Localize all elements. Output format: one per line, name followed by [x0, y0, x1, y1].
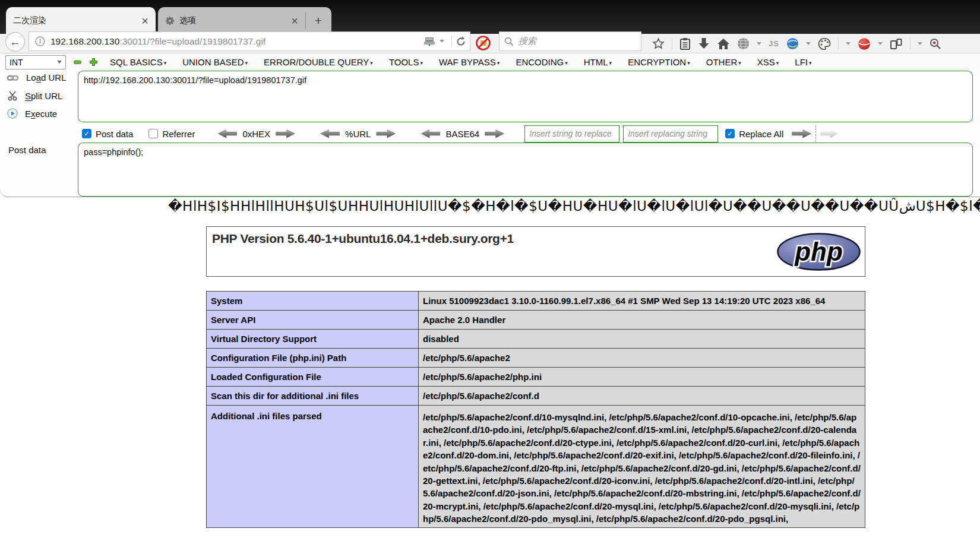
site-info-icon[interactable] — [35, 36, 45, 46]
menu-union-based[interactable]: UNION BASED — [182, 57, 248, 67]
menu-encoding[interactable]: ENCODING — [516, 57, 567, 67]
gif-binary-garbled-text: �HlH$I$HHlHllHUH$Ul$UHHUlHUHlUllU�$�H�l�… — [168, 198, 980, 214]
url-encode-arrow-icon[interactable] — [376, 129, 396, 138]
post-data-checkbox[interactable]: ✓ — [82, 129, 91, 138]
back-button[interactable]: ← — [5, 32, 25, 52]
search-input[interactable]: 搜索 — [499, 31, 641, 51]
menu-xss[interactable]: XSS — [757, 57, 779, 67]
tab-current-page[interactable]: 二次渲染 × — [6, 7, 156, 34]
base64-encode-arrow-icon[interactable] — [485, 129, 504, 138]
profile-select[interactable]: INT — [5, 55, 66, 69]
globe-dropdown-icon[interactable] — [757, 42, 761, 45]
toolbar-icons: JS — [649, 34, 945, 53]
hex-encode-arrow-icon[interactable] — [276, 129, 295, 138]
browser-window: 二次渲染 × 选项 × + ← 192.1 — [0, 0, 980, 560]
menu-encryption[interactable]: ENCRYPTION — [628, 57, 690, 67]
menu-waf-bypass[interactable]: WAF BYPASS — [439, 57, 500, 67]
url-bar[interactable]: 192.168.200.130:30011/?file=upload/19198… — [29, 31, 470, 51]
php-logo-text: php — [794, 237, 843, 266]
search-icon — [504, 37, 514, 46]
red-ball-icon[interactable] — [858, 37, 871, 50]
table-row: Additional .ini files parsed/etc/php/5.6… — [207, 406, 865, 528]
globe-icon[interactable] — [737, 37, 750, 50]
bookmark-star-icon[interactable] — [652, 37, 665, 50]
url-decode-arrow-icon[interactable] — [320, 129, 340, 138]
extra-arrow-icon[interactable] — [820, 129, 838, 138]
hackbar-panel: Load URL Split URL Execute http://192.16… — [0, 71, 980, 197]
block-flash-icon[interactable] — [475, 35, 491, 51]
profile-value: INT — [10, 58, 23, 67]
new-tab-button[interactable]: + — [306, 14, 331, 28]
hackbar-options-row: ✓ Post data Referrer 0xHEX %URL BASE64 ✓… — [78, 125, 975, 143]
toolbar-divider — [910, 38, 911, 50]
red-ball-dropdown-icon[interactable] — [878, 42, 883, 45]
search-placeholder: 搜索 — [519, 36, 536, 47]
tab-close-icon[interactable]: × — [141, 15, 148, 27]
replace-target-input[interactable] — [623, 125, 718, 143]
tab-group: 选项 × + — [158, 7, 331, 34]
tab-close-icon[interactable]: × — [291, 15, 298, 27]
php-logo: php — [776, 232, 861, 271]
proxy-printer-icon[interactable] — [423, 36, 436, 47]
toolbar-divider — [838, 38, 839, 50]
replace-apply-arrow-icon[interactable] — [792, 129, 811, 138]
url-textarea[interactable]: http://192.168.200.130:30011/?file=uploa… — [78, 71, 973, 122]
referrer-checkbox-label: Referrer — [162, 129, 195, 139]
downloads-icon[interactable] — [698, 37, 710, 50]
scissors-icon — [7, 90, 18, 101]
replace-all-checkbox[interactable]: ✓ — [725, 129, 735, 138]
base64-label: BASE64 — [445, 129, 479, 139]
table-row: SystemLinux 51009923dac1 3.10.0-1160.99.… — [207, 292, 865, 311]
zoom-tool-icon[interactable] — [930, 38, 941, 50]
php-version-box: PHP Version 5.6.40-1+ubuntu16.04.1+deb.s… — [206, 226, 865, 277]
menu-tools[interactable]: TOOLS — [389, 57, 423, 67]
hackbar-menu-row: INT SQL BASICS UNION BASED ERROR/DOUBLE … — [0, 53, 980, 71]
play-icon — [7, 108, 18, 119]
select-caret-icon — [57, 61, 62, 64]
menu-sql-basics[interactable]: SQL BASICS — [110, 57, 166, 67]
navigation-toolbar: ← 192.168.200.130:30011/?file=upload/191… — [0, 34, 980, 53]
overflow-dropdown-icon[interactable] — [918, 42, 922, 45]
proxy-dropdown-icon[interactable] — [440, 40, 444, 43]
menu-error-double-query[interactable]: ERROR/DOUBLE QUERY — [264, 57, 373, 67]
remove-profile-icon[interactable] — [73, 58, 82, 67]
urlbar-divider — [451, 36, 452, 48]
replace-source-input[interactable] — [524, 125, 619, 143]
menu-lfi[interactable]: LFI — [795, 57, 811, 67]
palette-dropdown-icon[interactable] — [846, 42, 851, 45]
load-url-icon — [7, 73, 19, 83]
phpinfo-table: SystemLinux 51009923dac1 3.10.0-1160.99.… — [206, 291, 865, 528]
php-version-title: PHP Version 5.6.40-1+ubuntu16.04.1+deb.s… — [212, 232, 514, 246]
menu-html[interactable]: HTML — [584, 57, 612, 67]
home-icon[interactable] — [717, 38, 730, 50]
table-row: Virtual Directory Supportdisabled — [207, 330, 865, 349]
load-url-button[interactable]: Load URL — [7, 72, 67, 83]
hackbar-menus: SQL BASICS UNION BASED ERROR/DOUBLE QUER… — [110, 57, 812, 67]
table-row: Loaded Configuration File/etc/php/5.6/ap… — [207, 368, 865, 387]
url-encode-label: %URL — [345, 129, 371, 139]
table-row: Scan this dir for additional .ini files/… — [207, 387, 865, 406]
proxy-globe-icon[interactable] — [786, 37, 799, 50]
post-data-checkbox-label: Post data — [96, 129, 133, 139]
post-data-label: Post data — [8, 145, 46, 155]
page-content: �HlH$I$HHlHllHUH$Ul$UHHUlHUHlUllU�$�H�l�… — [0, 197, 980, 560]
reload-icon[interactable] — [456, 36, 466, 47]
menu-other[interactable]: OTHER — [706, 57, 741, 67]
proxy-globe-dropdown-icon[interactable] — [806, 42, 811, 45]
post-data-textarea[interactable]: pass=phpinfo(); — [78, 143, 973, 197]
js-toggle-icon[interactable]: JS — [769, 39, 779, 48]
split-url-button[interactable]: Split URL — [7, 90, 62, 101]
add-profile-icon[interactable] — [89, 58, 98, 67]
url-path: :30011/?file=upload/1919801737.gif — [119, 36, 265, 47]
palette-icon[interactable] — [818, 37, 831, 50]
options-dashed-divider — [815, 125, 816, 142]
execute-button[interactable]: Execute — [7, 108, 57, 119]
tab-options[interactable]: 选项 × — [158, 7, 305, 34]
table-row: Configuration File (php.ini) Path/etc/ph… — [207, 349, 865, 368]
base64-decode-arrow-icon[interactable] — [421, 129, 440, 138]
hex-decode-arrow-icon[interactable] — [217, 129, 237, 138]
pages-icon[interactable] — [890, 38, 903, 50]
clipboard-icon[interactable] — [679, 37, 691, 50]
replace-all-label: Replace All — [739, 129, 783, 139]
referrer-checkbox[interactable] — [148, 129, 158, 138]
